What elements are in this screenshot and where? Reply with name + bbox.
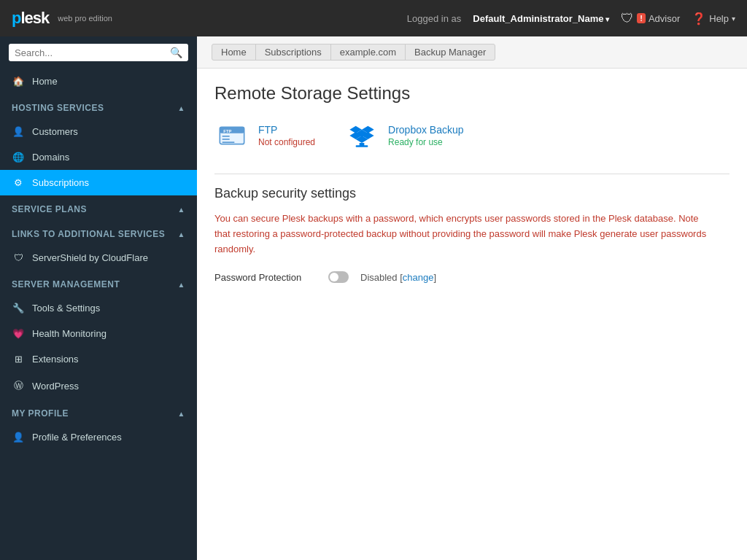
section-service-plans-label: Service Plans bbox=[12, 204, 87, 214]
section-my-profile-chevron-icon: ▲ bbox=[178, 410, 185, 418]
wordpress-label: WordPress bbox=[32, 381, 79, 392]
ftp-icon: FTP bbox=[214, 118, 249, 153]
dropbox-info: Dropbox Backup Ready for use bbox=[388, 124, 464, 147]
svg-rect-13 bbox=[356, 145, 368, 147]
section-server-mgmt-label: Server Management bbox=[12, 279, 120, 289]
svg-rect-3 bbox=[222, 139, 230, 140]
ftp-link[interactable]: FTP bbox=[258, 124, 315, 136]
breadcrumb-backup-manager[interactable]: Backup Manager bbox=[405, 44, 495, 61]
heart-icon: 💗 bbox=[12, 328, 25, 339]
page-content: Remote Storage Settings FTP bbox=[197, 69, 747, 560]
password-protection-label: Password Protection bbox=[214, 272, 317, 283]
sidebar-item-profile-prefs[interactable]: 👤 Profile & Preferences bbox=[0, 424, 197, 450]
advisor-label: Advisor bbox=[649, 13, 680, 24]
servershield-label: ServerShield by CloudFlare bbox=[32, 252, 148, 263]
health-monitoring-label: Health Monitoring bbox=[32, 328, 107, 339]
sidebar-item-home[interactable]: 🏠 Home bbox=[0, 69, 197, 94]
password-protection-toggle[interactable] bbox=[328, 271, 349, 283]
section-server-mgmt-chevron-icon: ▲ bbox=[178, 281, 185, 289]
section-links-label: Links to Additional Services bbox=[12, 229, 165, 239]
section-service-plans[interactable]: Service Plans ▲ bbox=[0, 198, 197, 220]
tools-icon: 🔧 bbox=[12, 303, 25, 314]
section-links[interactable]: Links to Additional Services ▲ bbox=[0, 223, 197, 245]
globe-icon: 🌐 bbox=[12, 152, 25, 163]
sidebar-item-health-monitoring[interactable]: 💗 Health Monitoring bbox=[0, 321, 197, 346]
main-layout: 🔍 🏠 Home Hosting Services ▲ 👤 Customers … bbox=[0, 36, 747, 560]
help-chevron-icon: ▾ bbox=[732, 15, 735, 23]
section-divider bbox=[214, 174, 729, 174]
subscriptions-label: Subscriptions bbox=[32, 177, 89, 188]
topbar-right: Logged in as Default_Administrator_Name … bbox=[407, 11, 735, 26]
customers-icon: 👤 bbox=[12, 126, 25, 137]
section-hosting[interactable]: Hosting Services ▲ bbox=[0, 97, 197, 119]
customers-label: Customers bbox=[32, 126, 78, 137]
advisor-icon: 🛡 bbox=[621, 11, 634, 26]
svg-rect-4 bbox=[222, 141, 235, 143]
sidebar-item-subscriptions[interactable]: ⚙ Subscriptions bbox=[0, 170, 197, 195]
advisor-badge: ! bbox=[637, 13, 646, 23]
section-hosting-label: Hosting Services bbox=[12, 103, 104, 113]
subscriptions-icon: ⚙ bbox=[12, 177, 25, 188]
sidebar-item-servershield[interactable]: 🛡 ServerShield by CloudFlare bbox=[0, 245, 197, 271]
content-area: Home Subscriptions example.com Backup Ma… bbox=[197, 36, 747, 560]
profile-prefs-label: Profile & Preferences bbox=[32, 432, 122, 443]
ftp-info: FTP Not configured bbox=[258, 124, 315, 147]
shield-icon: 🛡 bbox=[12, 252, 25, 263]
security-description: You can secure Plesk backups with a pass… bbox=[214, 211, 711, 257]
section-service-plans-chevron-icon: ▲ bbox=[178, 206, 185, 214]
breadcrumb-subscriptions[interactable]: Subscriptions bbox=[255, 44, 331, 61]
extensions-icon: ⊞ bbox=[12, 354, 25, 365]
dropbox-link[interactable]: Dropbox Backup bbox=[388, 124, 464, 136]
tools-settings-label: Tools & Settings bbox=[32, 303, 100, 314]
search-box: 🔍 bbox=[0, 36, 197, 69]
sidebar: 🔍 🏠 Home Hosting Services ▲ 👤 Customers … bbox=[0, 36, 197, 560]
svg-rect-2 bbox=[222, 136, 230, 137]
svg-text:FTP: FTP bbox=[223, 129, 231, 133]
page-title: Remote Storage Settings bbox=[214, 83, 729, 104]
section-my-profile[interactable]: My Profile ▲ bbox=[0, 402, 197, 424]
home-label: Home bbox=[32, 76, 58, 87]
password-protection-status: Disabled [change] bbox=[360, 272, 436, 283]
domains-label: Domains bbox=[32, 152, 69, 163]
pp-bracket-close: ] bbox=[434, 272, 437, 283]
sidebar-item-customers[interactable]: 👤 Customers bbox=[0, 119, 197, 144]
ftp-status: Not configured bbox=[258, 137, 315, 147]
help-label: Help bbox=[709, 13, 729, 24]
advisor-button[interactable]: 🛡 ! Advisor bbox=[621, 11, 680, 26]
search-input[interactable] bbox=[15, 47, 170, 58]
breadcrumb: Home Subscriptions example.com Backup Ma… bbox=[197, 36, 747, 69]
backup-security-title: Backup security settings bbox=[214, 186, 729, 201]
change-link[interactable]: change bbox=[403, 272, 434, 283]
section-server-mgmt[interactable]: Server Management ▲ bbox=[0, 273, 197, 295]
ftp-option: FTP FTP Not configured bbox=[214, 118, 315, 153]
admin-name-dropdown[interactable]: Default_Administrator_Name bbox=[473, 13, 609, 24]
breadcrumb-home[interactable]: Home bbox=[212, 44, 256, 61]
home-icon: 🏠 bbox=[12, 76, 25, 87]
wordpress-icon: Ⓦ bbox=[12, 379, 25, 392]
logo-edition: web pro edition bbox=[58, 14, 112, 23]
topbar: plesk web pro edition Logged in as Defau… bbox=[0, 0, 747, 36]
search-input-wrap: 🔍 bbox=[9, 44, 188, 61]
sidebar-item-tools-settings[interactable]: 🔧 Tools & Settings bbox=[0, 295, 197, 321]
breadcrumb-example-com[interactable]: example.com bbox=[330, 44, 406, 61]
logged-in-label: Logged in as bbox=[407, 13, 461, 24]
help-button[interactable]: ❓ Help ▾ bbox=[692, 12, 735, 26]
sidebar-item-domains[interactable]: 🌐 Domains bbox=[0, 144, 197, 170]
storage-options: FTP FTP Not configured bbox=[214, 118, 729, 153]
section-my-profile-label: My Profile bbox=[12, 408, 69, 419]
section-links-chevron-icon: ▲ bbox=[178, 230, 185, 238]
logo-area: plesk web pro edition bbox=[12, 9, 112, 28]
extensions-label: Extensions bbox=[32, 354, 79, 365]
sidebar-item-extensions[interactable]: ⊞ Extensions bbox=[0, 346, 197, 372]
dropbox-status: Ready for use bbox=[388, 137, 464, 147]
logo: plesk bbox=[12, 9, 49, 28]
sidebar-item-wordpress[interactable]: Ⓦ WordPress bbox=[0, 372, 197, 400]
help-icon: ❓ bbox=[692, 12, 706, 26]
profile-icon: 👤 bbox=[12, 432, 25, 443]
password-protection-row: Password Protection Disabled [change] bbox=[214, 271, 729, 283]
search-icon: 🔍 bbox=[170, 47, 182, 58]
section-hosting-chevron-icon: ▲ bbox=[178, 104, 185, 112]
dropbox-option: Dropbox Backup Ready for use bbox=[344, 118, 464, 153]
dropbox-icon bbox=[344, 118, 379, 153]
